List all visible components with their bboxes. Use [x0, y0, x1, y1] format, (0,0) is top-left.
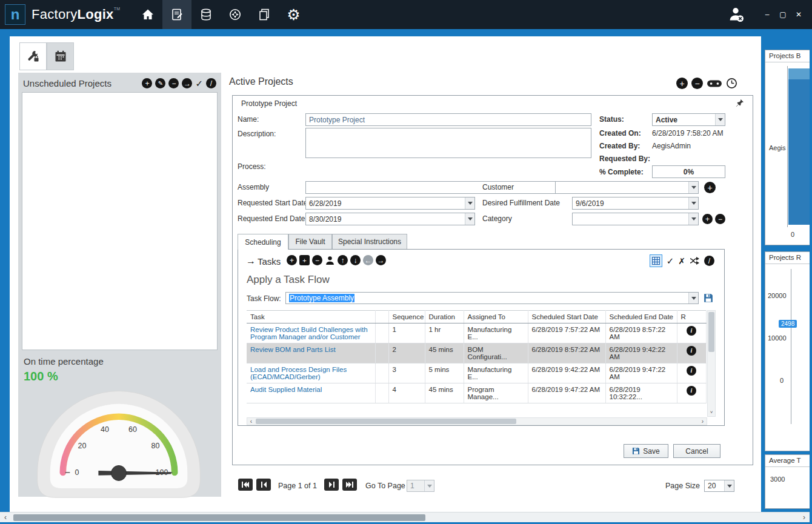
materials-icon [199, 7, 213, 22]
add-category-icon[interactable] [702, 214, 713, 224]
desired-fulfillment-combo[interactable]: 9/6/2019 [572, 197, 699, 210]
dropdown-arrow-icon [724, 480, 734, 491]
page-size-combo[interactable]: 20 [704, 480, 734, 492]
prev-page-button[interactable] [256, 479, 271, 491]
add-task-icon[interactable] [287, 255, 297, 265]
customer-combo[interactable] [555, 181, 699, 194]
close-icon[interactable]: ✕ [794, 10, 804, 19]
task-scheduled-end: 6/28/2019 10:32:22... [605, 383, 677, 403]
scrollbar-thumb[interactable] [13, 514, 425, 521]
last-page-button[interactable] [342, 479, 357, 491]
window-horizontal-scrollbar[interactable]: ‹ › [0, 512, 810, 522]
tasks-vertical-scrollbar[interactable]: ˅ [707, 310, 716, 417]
outdent-task-icon[interactable] [363, 255, 373, 265]
promote-project-icon[interactable] [182, 78, 192, 88]
clear-schedule-icon[interactable] [704, 256, 714, 266]
shuffle-icon[interactable] [690, 257, 700, 265]
home-nav-button[interactable] [133, 0, 162, 29]
scrollbar-thumb[interactable] [708, 312, 714, 352]
task-table-row[interactable]: Review BOM and Parts List 2 45 mins BOM … [247, 343, 706, 363]
assign-person-icon[interactable] [325, 255, 335, 265]
unscheduled-projects-list[interactable] [22, 92, 218, 350]
scroll-left-icon[interactable]: ‹ [247, 419, 255, 425]
tab-detail-special-instructions[interactable]: Special Instructions [332, 234, 407, 249]
next-page-button[interactable] [324, 479, 339, 491]
cancel-button[interactable]: Cancel [673, 444, 720, 458]
created-by-value: AegisAdmin [652, 142, 691, 150]
task-name-link[interactable]: Review Product Build Challenges with Pro… [247, 323, 375, 343]
production-nav-button[interactable] [221, 0, 250, 29]
scroll-down-icon[interactable]: ˅ [708, 408, 715, 416]
cancel-slash-icon[interactable] [206, 78, 216, 88]
col-end[interactable]: Scheduled End Date [605, 311, 677, 323]
tab-scheduling[interactable] [47, 42, 74, 70]
task-table-row[interactable]: Audit Supplied Material 4 45 mins Progra… [247, 383, 706, 403]
col-r[interactable]: R [677, 311, 706, 323]
col-duration[interactable]: Duration [425, 311, 464, 323]
tab-detail-scheduling[interactable]: Scheduling [238, 234, 288, 250]
col-sequence[interactable]: Sequence [388, 311, 425, 323]
first-page-button[interactable] [238, 479, 253, 491]
category-combo[interactable] [572, 213, 699, 225]
info-icon[interactable] [687, 366, 696, 376]
save-button[interactable]: Save [624, 444, 668, 458]
remove-task-icon[interactable] [312, 255, 322, 265]
maximize-icon[interactable]: ▢ [778, 10, 788, 19]
user-button[interactable] [727, 5, 745, 24]
info-icon[interactable] [687, 326, 696, 336]
add-project-icon[interactable] [142, 78, 152, 88]
scroll-right-icon[interactable]: › [800, 513, 808, 522]
check-icon[interactable]: ✓ [195, 79, 203, 88]
task-flow-combo[interactable]: Prototype Assembly [285, 292, 699, 304]
task-table-row[interactable]: Load and Process Design Files (ECAD/MCAD… [247, 363, 706, 383]
clock-icon[interactable] [726, 78, 737, 89]
documents-nav-button[interactable] [250, 0, 279, 29]
scrollbar-thumb[interactable] [256, 419, 516, 424]
status-combo[interactable]: Active [652, 113, 725, 126]
requested-end-combo[interactable]: 8/30/2019 [305, 213, 475, 225]
description-input[interactable] [305, 128, 591, 158]
remove-category-icon[interactable] [715, 214, 725, 224]
requested-start-combo[interactable]: 6/28/2019 [305, 197, 475, 210]
first-page-icon [242, 482, 249, 488]
tasks-toolbar-right: ✓ ✗ [650, 254, 714, 267]
pin-icon[interactable] [736, 99, 744, 110]
requested-end-label: Requested End Date [238, 214, 305, 223]
task-table-row[interactable]: Review Product Build Challenges with Pro… [247, 323, 706, 343]
tab-detail-file-vault[interactable]: File Vault [288, 234, 332, 249]
tab-configuration[interactable] [19, 42, 47, 70]
task-name-link[interactable]: Audit Supplied Material [247, 383, 375, 403]
col-task[interactable]: Task [247, 311, 375, 323]
scroll-right-icon[interactable]: › [699, 419, 707, 425]
reject-schedule-icon[interactable]: ✗ [678, 257, 685, 265]
save-task-flow-button[interactable] [702, 292, 714, 304]
materials-nav-button[interactable] [191, 0, 221, 29]
settings-nav-button[interactable]: ⚙ [279, 0, 308, 29]
name-input[interactable]: Prototype Project [305, 113, 591, 126]
add-tasks-from-template-icon[interactable]: + [299, 255, 310, 265]
scroll-left-icon[interactable]: ‹ [1, 513, 10, 522]
add-customer-icon[interactable] [704, 182, 716, 193]
gamepad-icon[interactable] [707, 79, 722, 88]
tasks-horizontal-scrollbar[interactable]: ‹ › [247, 417, 707, 425]
remove-active-project-icon[interactable] [691, 78, 703, 89]
move-task-down-icon[interactable] [350, 255, 361, 265]
auto-schedule-button[interactable] [650, 254, 662, 267]
remove-project-icon[interactable] [168, 78, 179, 88]
assembly-input[interactable] [305, 181, 579, 194]
col-start[interactable]: Scheduled Start Date [528, 311, 605, 323]
task-name-link[interactable]: Load and Process Design Files (ECAD/MCAD… [247, 363, 375, 383]
goto-page-combo[interactable]: 1 [407, 480, 434, 492]
info-icon[interactable] [687, 346, 696, 356]
edit-project-icon[interactable] [155, 78, 165, 88]
indent-task-icon[interactable] [376, 255, 386, 265]
requested-by-label: Requested By: [599, 154, 650, 163]
accept-schedule-icon[interactable]: ✓ [667, 256, 674, 265]
add-active-project-icon[interactable] [676, 78, 688, 89]
projects-nav-button[interactable] [162, 0, 191, 29]
move-task-up-icon[interactable] [338, 255, 348, 265]
col-assigned[interactable]: Assigned To [464, 311, 528, 323]
info-icon[interactable] [687, 386, 696, 396]
minimize-icon[interactable]: – [762, 10, 772, 19]
task-name-link[interactable]: Review BOM and Parts List [247, 343, 375, 363]
